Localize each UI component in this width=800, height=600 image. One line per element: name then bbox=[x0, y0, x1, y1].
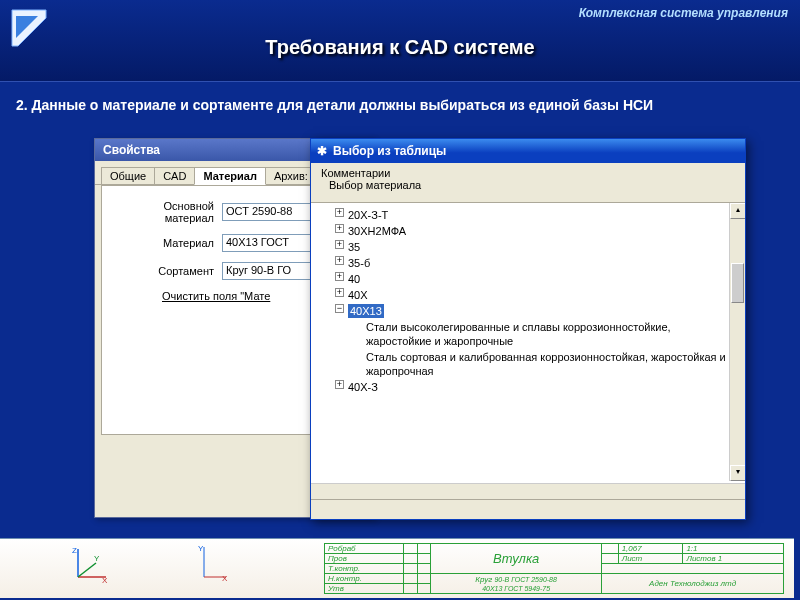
axis-z-label: Z bbox=[72, 546, 77, 555]
menu-comments[interactable]: Комментарии bbox=[321, 167, 735, 179]
tree-item[interactable]: −40Х13 bbox=[317, 303, 739, 319]
tree-item-label: 40Х-З bbox=[348, 380, 378, 394]
slide-body-text: 2. Данные о материале и сортаменте для д… bbox=[0, 82, 800, 121]
svg-text:X: X bbox=[222, 574, 228, 583]
scroll-down-icon[interactable]: ▾ bbox=[730, 465, 745, 481]
tree-item-label: 30ХН2МФА bbox=[348, 224, 406, 238]
osn-material-label: Основной материал bbox=[112, 200, 222, 224]
material-label: Материал bbox=[112, 237, 222, 249]
expand-icon[interactable]: + bbox=[335, 224, 344, 233]
axes-gizmo: Z X Y bbox=[70, 545, 110, 585]
tree-item[interactable]: +35-б bbox=[317, 255, 739, 271]
picker-title-text: Выбор из таблицы bbox=[333, 139, 446, 163]
tree-vertical-scrollbar[interactable]: ▴ ▾ bbox=[729, 203, 745, 481]
expand-icon[interactable]: + bbox=[335, 208, 344, 217]
tree-item-label: 40Х13 bbox=[348, 304, 384, 318]
menu-select-material[interactable]: Выбор материала bbox=[321, 179, 735, 191]
axis-y-label: Y bbox=[94, 554, 100, 563]
scroll-thumb[interactable] bbox=[731, 263, 744, 303]
scroll-up-icon[interactable]: ▴ bbox=[730, 203, 745, 219]
tree-item[interactable]: +40Х-З bbox=[317, 379, 739, 395]
expand-icon[interactable]: + bbox=[335, 256, 344, 265]
sortament-label: Сортамент bbox=[112, 265, 222, 277]
app-icon: ✱ bbox=[317, 139, 327, 163]
slide-header: Комплексная система управления Требовани… bbox=[0, 0, 800, 82]
tab-general[interactable]: Общие bbox=[101, 167, 155, 184]
expand-icon[interactable]: + bbox=[335, 380, 344, 389]
svg-line-4 bbox=[78, 563, 96, 577]
svg-text:Y: Y bbox=[198, 544, 204, 553]
tree-item-label: Стали высоколегированные и сплавы корроз… bbox=[366, 320, 739, 348]
tree-item-label: 40Х bbox=[348, 288, 368, 302]
header-title: Требования к CAD системе bbox=[0, 36, 800, 59]
app-canvas: Свойства Общие CAD Материал Архив: $V Ос… bbox=[94, 138, 754, 558]
titleblock-table: РобрабВтулка1,0671:1 ПровЛистЛистов 1 Т.… bbox=[324, 543, 784, 595]
expand-icon[interactable]: + bbox=[335, 288, 344, 297]
tree-item-label: Сталь сортовая и калиброванная коррозион… bbox=[366, 350, 739, 378]
tree-item[interactable]: +40 bbox=[317, 271, 739, 287]
expand-icon[interactable]: + bbox=[335, 272, 344, 281]
tree-item[interactable]: +20Х-З-Т bbox=[317, 207, 739, 223]
tree-item[interactable]: Стали высоколегированные и сплавы корроз… bbox=[317, 319, 739, 349]
axes-gizmo-2: Y X bbox=[198, 543, 228, 583]
expand-icon[interactable]: + bbox=[335, 240, 344, 249]
tree-item[interactable]: +30ХН2МФА bbox=[317, 223, 739, 239]
tab-material[interactable]: Материал bbox=[194, 167, 266, 185]
collapse-icon[interactable]: − bbox=[335, 304, 344, 313]
tree-horizontal-scrollbar[interactable] bbox=[311, 483, 745, 499]
tree-item-label: 20Х-З-Т bbox=[348, 208, 388, 222]
table-picker-window: ✱ Выбор из таблицы Комментарии Выбор мат… bbox=[310, 138, 746, 520]
cad-drawing-strip: Z X Y Y X РобрабВтулка1,0671:1 ПровЛистЛ… bbox=[0, 538, 794, 598]
tree-item[interactable]: +35 bbox=[317, 239, 739, 255]
material-tree: +20Х-З-Т+30ХН2МФА+35+35-б+40+40Х−40Х13Ст… bbox=[311, 203, 745, 499]
tree-item[interactable]: Сталь сортовая и калиброванная коррозион… bbox=[317, 349, 739, 379]
axis-x-label: X bbox=[102, 576, 108, 585]
header-subtitle: Комплексная система управления bbox=[579, 6, 788, 20]
tree-item[interactable]: +40Х bbox=[317, 287, 739, 303]
tab-cad[interactable]: CAD bbox=[154, 167, 195, 184]
picker-titlebar[interactable]: ✱ Выбор из таблицы bbox=[311, 139, 745, 163]
tree-item-label: 35-б bbox=[348, 256, 370, 270]
tree-item-label: 40 bbox=[348, 272, 360, 286]
picker-menubar: Комментарии Выбор материала bbox=[311, 163, 745, 203]
tree-item-label: 35 bbox=[348, 240, 360, 254]
picker-footer bbox=[311, 499, 745, 519]
